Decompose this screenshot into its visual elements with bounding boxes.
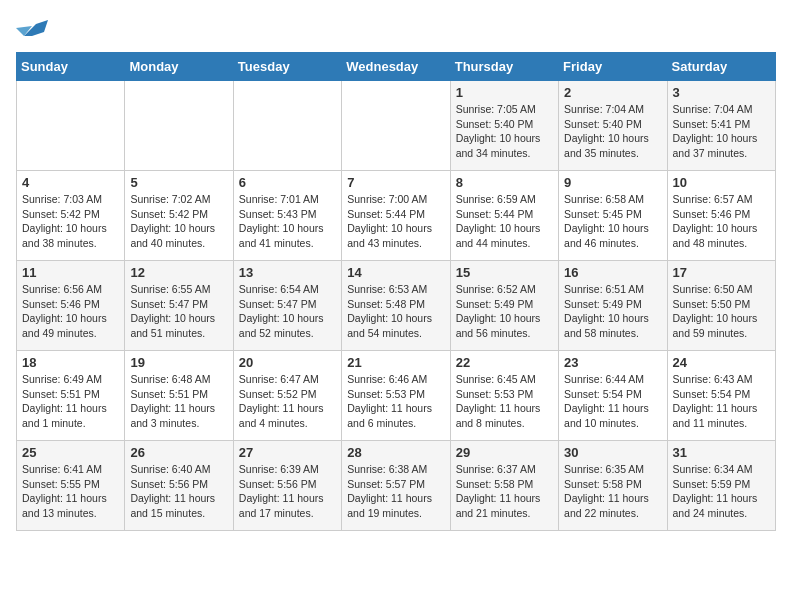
calendar-day-cell: 13Sunrise: 6:54 AMSunset: 5:47 PMDayligh… (233, 261, 341, 351)
calendar-week-row: 11Sunrise: 6:56 AMSunset: 5:46 PMDayligh… (17, 261, 776, 351)
day-number: 2 (564, 85, 661, 100)
calendar-day-cell: 23Sunrise: 6:44 AMSunset: 5:54 PMDayligh… (559, 351, 667, 441)
weekday-header: Monday (125, 53, 233, 81)
day-number: 7 (347, 175, 444, 190)
calendar-day-cell: 25Sunrise: 6:41 AMSunset: 5:55 PMDayligh… (17, 441, 125, 531)
day-number: 20 (239, 355, 336, 370)
day-number: 16 (564, 265, 661, 280)
day-number: 1 (456, 85, 553, 100)
calendar-day-cell: 31Sunrise: 6:34 AMSunset: 5:59 PMDayligh… (667, 441, 775, 531)
day-info: Sunrise: 6:55 AMSunset: 5:47 PMDaylight:… (130, 282, 227, 341)
day-number: 9 (564, 175, 661, 190)
logo-icon (16, 16, 48, 44)
calendar-day-cell: 17Sunrise: 6:50 AMSunset: 5:50 PMDayligh… (667, 261, 775, 351)
calendar-day-cell (233, 81, 341, 171)
day-number: 15 (456, 265, 553, 280)
calendar-day-cell: 18Sunrise: 6:49 AMSunset: 5:51 PMDayligh… (17, 351, 125, 441)
day-number: 17 (673, 265, 770, 280)
calendar-week-row: 18Sunrise: 6:49 AMSunset: 5:51 PMDayligh… (17, 351, 776, 441)
calendar-day-cell (342, 81, 450, 171)
calendar-day-cell: 27Sunrise: 6:39 AMSunset: 5:56 PMDayligh… (233, 441, 341, 531)
day-info: Sunrise: 7:02 AMSunset: 5:42 PMDaylight:… (130, 192, 227, 251)
day-info: Sunrise: 6:34 AMSunset: 5:59 PMDaylight:… (673, 462, 770, 521)
weekday-header: Saturday (667, 53, 775, 81)
day-number: 8 (456, 175, 553, 190)
calendar-day-cell: 4Sunrise: 7:03 AMSunset: 5:42 PMDaylight… (17, 171, 125, 261)
day-info: Sunrise: 6:35 AMSunset: 5:58 PMDaylight:… (564, 462, 661, 521)
page-header (16, 16, 776, 44)
day-info: Sunrise: 6:58 AMSunset: 5:45 PMDaylight:… (564, 192, 661, 251)
day-info: Sunrise: 6:45 AMSunset: 5:53 PMDaylight:… (456, 372, 553, 431)
calendar-table: SundayMondayTuesdayWednesdayThursdayFrid… (16, 52, 776, 531)
weekday-header: Tuesday (233, 53, 341, 81)
day-info: Sunrise: 6:40 AMSunset: 5:56 PMDaylight:… (130, 462, 227, 521)
calendar-day-cell: 21Sunrise: 6:46 AMSunset: 5:53 PMDayligh… (342, 351, 450, 441)
calendar-day-cell: 30Sunrise: 6:35 AMSunset: 5:58 PMDayligh… (559, 441, 667, 531)
day-number: 21 (347, 355, 444, 370)
day-info: Sunrise: 6:44 AMSunset: 5:54 PMDaylight:… (564, 372, 661, 431)
day-info: Sunrise: 6:57 AMSunset: 5:46 PMDaylight:… (673, 192, 770, 251)
calendar-day-cell: 15Sunrise: 6:52 AMSunset: 5:49 PMDayligh… (450, 261, 558, 351)
day-info: Sunrise: 6:38 AMSunset: 5:57 PMDaylight:… (347, 462, 444, 521)
logo (16, 16, 52, 44)
day-number: 19 (130, 355, 227, 370)
calendar-day-cell: 16Sunrise: 6:51 AMSunset: 5:49 PMDayligh… (559, 261, 667, 351)
calendar-day-cell: 29Sunrise: 6:37 AMSunset: 5:58 PMDayligh… (450, 441, 558, 531)
day-info: Sunrise: 6:48 AMSunset: 5:51 PMDaylight:… (130, 372, 227, 431)
day-number: 31 (673, 445, 770, 460)
day-number: 11 (22, 265, 119, 280)
calendar-week-row: 25Sunrise: 6:41 AMSunset: 5:55 PMDayligh… (17, 441, 776, 531)
day-number: 22 (456, 355, 553, 370)
day-info: Sunrise: 7:05 AMSunset: 5:40 PMDaylight:… (456, 102, 553, 161)
day-info: Sunrise: 6:37 AMSunset: 5:58 PMDaylight:… (456, 462, 553, 521)
day-number: 6 (239, 175, 336, 190)
calendar-day-cell: 8Sunrise: 6:59 AMSunset: 5:44 PMDaylight… (450, 171, 558, 261)
day-number: 29 (456, 445, 553, 460)
weekday-header: Thursday (450, 53, 558, 81)
calendar-day-cell: 12Sunrise: 6:55 AMSunset: 5:47 PMDayligh… (125, 261, 233, 351)
calendar-day-cell (17, 81, 125, 171)
day-info: Sunrise: 6:59 AMSunset: 5:44 PMDaylight:… (456, 192, 553, 251)
calendar-day-cell: 5Sunrise: 7:02 AMSunset: 5:42 PMDaylight… (125, 171, 233, 261)
calendar-day-cell: 6Sunrise: 7:01 AMSunset: 5:43 PMDaylight… (233, 171, 341, 261)
day-number: 14 (347, 265, 444, 280)
day-info: Sunrise: 6:46 AMSunset: 5:53 PMDaylight:… (347, 372, 444, 431)
day-info: Sunrise: 6:54 AMSunset: 5:47 PMDaylight:… (239, 282, 336, 341)
day-info: Sunrise: 6:52 AMSunset: 5:49 PMDaylight:… (456, 282, 553, 341)
calendar-day-cell: 20Sunrise: 6:47 AMSunset: 5:52 PMDayligh… (233, 351, 341, 441)
calendar-day-cell: 3Sunrise: 7:04 AMSunset: 5:41 PMDaylight… (667, 81, 775, 171)
day-info: Sunrise: 7:04 AMSunset: 5:41 PMDaylight:… (673, 102, 770, 161)
day-number: 27 (239, 445, 336, 460)
calendar-day-cell: 22Sunrise: 6:45 AMSunset: 5:53 PMDayligh… (450, 351, 558, 441)
calendar-day-cell: 10Sunrise: 6:57 AMSunset: 5:46 PMDayligh… (667, 171, 775, 261)
calendar-day-cell: 14Sunrise: 6:53 AMSunset: 5:48 PMDayligh… (342, 261, 450, 351)
calendar-day-cell: 1Sunrise: 7:05 AMSunset: 5:40 PMDaylight… (450, 81, 558, 171)
day-number: 18 (22, 355, 119, 370)
day-info: Sunrise: 7:04 AMSunset: 5:40 PMDaylight:… (564, 102, 661, 161)
day-number: 5 (130, 175, 227, 190)
weekday-header: Sunday (17, 53, 125, 81)
calendar-week-row: 1Sunrise: 7:05 AMSunset: 5:40 PMDaylight… (17, 81, 776, 171)
day-number: 30 (564, 445, 661, 460)
day-info: Sunrise: 6:56 AMSunset: 5:46 PMDaylight:… (22, 282, 119, 341)
calendar-day-cell: 24Sunrise: 6:43 AMSunset: 5:54 PMDayligh… (667, 351, 775, 441)
day-number: 28 (347, 445, 444, 460)
day-number: 23 (564, 355, 661, 370)
calendar-day-cell: 19Sunrise: 6:48 AMSunset: 5:51 PMDayligh… (125, 351, 233, 441)
day-info: Sunrise: 6:53 AMSunset: 5:48 PMDaylight:… (347, 282, 444, 341)
day-number: 25 (22, 445, 119, 460)
day-info: Sunrise: 6:41 AMSunset: 5:55 PMDaylight:… (22, 462, 119, 521)
day-info: Sunrise: 6:43 AMSunset: 5:54 PMDaylight:… (673, 372, 770, 431)
day-info: Sunrise: 6:50 AMSunset: 5:50 PMDaylight:… (673, 282, 770, 341)
calendar-header-row: SundayMondayTuesdayWednesdayThursdayFrid… (17, 53, 776, 81)
day-info: Sunrise: 7:03 AMSunset: 5:42 PMDaylight:… (22, 192, 119, 251)
calendar-day-cell: 2Sunrise: 7:04 AMSunset: 5:40 PMDaylight… (559, 81, 667, 171)
day-number: 10 (673, 175, 770, 190)
day-number: 24 (673, 355, 770, 370)
calendar-day-cell (125, 81, 233, 171)
day-info: Sunrise: 7:00 AMSunset: 5:44 PMDaylight:… (347, 192, 444, 251)
day-number: 13 (239, 265, 336, 280)
calendar-day-cell: 28Sunrise: 6:38 AMSunset: 5:57 PMDayligh… (342, 441, 450, 531)
day-number: 12 (130, 265, 227, 280)
calendar-day-cell: 11Sunrise: 6:56 AMSunset: 5:46 PMDayligh… (17, 261, 125, 351)
